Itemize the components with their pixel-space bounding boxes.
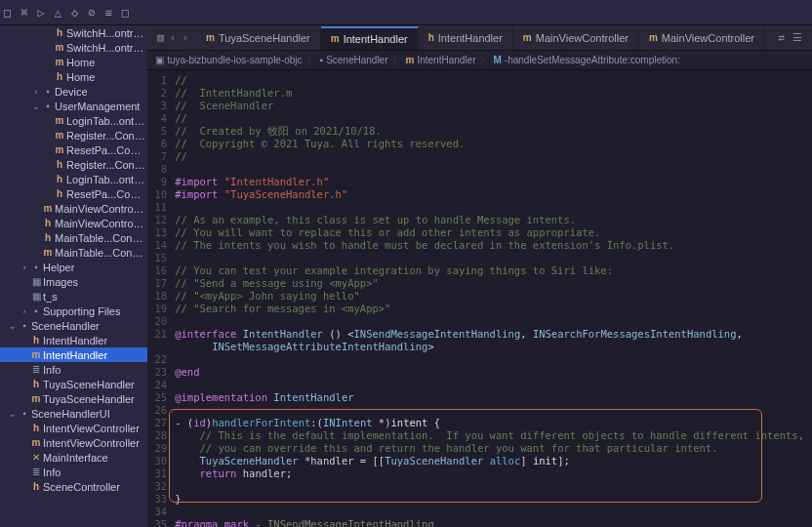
toolbar-icon[interactable]: ≡ bbox=[104, 6, 111, 20]
code-text[interactable]: @implementation IntentHandler bbox=[175, 391, 812, 404]
tree-item[interactable]: ≣Info bbox=[0, 362, 147, 377]
tree-item[interactable]: ≣Info bbox=[0, 465, 147, 479]
code-text[interactable]: // "<myApp> John saying hello" bbox=[175, 290, 812, 303]
tree-item[interactable]: hLoginTab...ontroller bbox=[0, 172, 147, 186]
code-text[interactable] bbox=[175, 163, 812, 176]
tree-item[interactable]: mMainTable...Controller bbox=[0, 245, 147, 260]
tree-item[interactable]: hTuyaSceneHandler bbox=[0, 377, 147, 391]
code-line[interactable]: 30 TuyaSceneHandler *handler = [[TuyaSce… bbox=[147, 455, 812, 467]
breadcrumb-item[interactable]: ▪SceneHandler bbox=[320, 55, 388, 65]
code-text[interactable]: #import "TuyaSceneHandler.h" bbox=[175, 188, 812, 201]
code-line[interactable]: 15 bbox=[147, 252, 812, 264]
toolbar-icon[interactable]: △ bbox=[55, 6, 61, 20]
code-text[interactable] bbox=[175, 353, 812, 366]
toolbar-icon[interactable]: ◇ bbox=[71, 6, 78, 20]
code-line[interactable]: 25@implementation IntentHandler bbox=[147, 391, 812, 404]
code-line[interactable]: 28 // This is the default implementation… bbox=[147, 429, 812, 442]
toolbar-icon[interactable]: ⊘ bbox=[88, 6, 95, 20]
code-text[interactable]: @end bbox=[175, 366, 812, 379]
code-line[interactable]: 5// Created by 牧阳 on 2021/10/18. bbox=[147, 125, 812, 138]
tree-item[interactable]: hHome bbox=[0, 69, 147, 84]
code-text[interactable]: // bbox=[175, 150, 812, 163]
tree-item[interactable]: mMainViewController bbox=[0, 201, 147, 216]
code-line[interactable]: 2// IntentHandler.m bbox=[147, 87, 812, 100]
code-text[interactable]: // you can override this and return the … bbox=[175, 442, 812, 455]
breadcrumb-item[interactable]: ▣tuya-bizbundle-ios-sample-objc bbox=[155, 55, 302, 65]
tree-item[interactable]: hMainViewController bbox=[0, 216, 147, 230]
toolbar-icon[interactable]: ▷ bbox=[37, 6, 44, 20]
tree-item[interactable]: ›▪Supporting Files bbox=[0, 304, 147, 318]
code-text[interactable]: // "Search for messages in <myApp>" bbox=[175, 303, 812, 315]
code-line[interactable]: 17// "Send a message using <myApp>" bbox=[147, 277, 812, 290]
code-line[interactable]: 1// bbox=[147, 74, 812, 87]
tree-item[interactable]: mIntentViewController bbox=[0, 435, 147, 450]
code-text[interactable]: } bbox=[175, 493, 812, 506]
tree-item[interactable]: mRegister...Controller bbox=[0, 128, 147, 142]
code-text[interactable]: // The intents you wish to handle must b… bbox=[175, 239, 812, 252]
tree-item[interactable]: ▦t_s bbox=[0, 289, 147, 304]
code-text[interactable] bbox=[175, 506, 812, 518]
code-text[interactable]: #pragma mark - INSendMessageIntentHandli… bbox=[175, 518, 812, 527]
code-text[interactable]: // You will want to replace this or add … bbox=[175, 226, 812, 239]
tree-item[interactable]: ✕MainInterface bbox=[0, 450, 147, 465]
tree-item[interactable]: ▦Images bbox=[0, 274, 147, 289]
disclosure-arrow-icon[interactable]: › bbox=[20, 306, 29, 316]
disclosure-arrow-icon[interactable]: › bbox=[31, 87, 41, 97]
nav-forward-icon[interactable]: › bbox=[182, 31, 188, 44]
code-text[interactable]: // Created by 牧阳 on 2021/10/18. bbox=[175, 125, 812, 138]
toolbar-icon[interactable]: □ bbox=[4, 6, 11, 20]
code-text[interactable]: // "Send a message using <myApp>" bbox=[175, 277, 812, 290]
nav-back-icon[interactable]: ‹ bbox=[170, 31, 177, 44]
tree-item[interactable]: hSwitchH...ontroller bbox=[0, 25, 147, 40]
code-text[interactable]: // SceneHandler bbox=[175, 100, 812, 112]
disclosure-arrow-icon[interactable]: › bbox=[20, 263, 29, 272]
toolbar-icon[interactable]: □ bbox=[122, 6, 129, 20]
code-line[interactable]: 23@end bbox=[147, 366, 812, 379]
code-line[interactable]: 27- (id)handlerForIntent:(INIntent *)int… bbox=[147, 417, 812, 429]
code-text[interactable] bbox=[175, 404, 812, 417]
tree-item[interactable]: ⌄▪UserManagement bbox=[0, 99, 147, 113]
tree-item[interactable]: hSceneController bbox=[0, 479, 147, 494]
code-line[interactable]: 22 bbox=[147, 353, 812, 366]
tree-item[interactable]: ⌄▪SceneHandler bbox=[0, 318, 147, 333]
editor-tab[interactable]: mMainViewController bbox=[639, 26, 765, 50]
code-text[interactable]: // As an example, this class is set up t… bbox=[175, 214, 812, 226]
code-text[interactable]: return handler; bbox=[175, 467, 812, 480]
code-text[interactable]: // This is the default implementation. I… bbox=[175, 429, 812, 442]
code-line[interactable]: 24 bbox=[147, 379, 812, 391]
code-line[interactable]: 12// As an example, this class is set up… bbox=[147, 214, 812, 226]
tree-item[interactable]: hRegister...Controller bbox=[0, 157, 147, 172]
tree-item[interactable]: mHome bbox=[0, 55, 147, 69]
tree-item[interactable]: hIntentHandler bbox=[0, 333, 147, 347]
tree-item[interactable]: ›▪Device bbox=[0, 84, 147, 99]
code-editor[interactable]: 1//2// IntentHandler.m3// SceneHandler4/… bbox=[147, 70, 812, 527]
code-line[interactable]: 4// bbox=[147, 112, 812, 125]
code-line[interactable]: 34 bbox=[147, 506, 812, 518]
code-line[interactable]: 6// Copyright © 2021 Tuya. All rights re… bbox=[147, 138, 812, 150]
code-line[interactable]: 11 bbox=[147, 201, 812, 214]
code-line[interactable]: 29 // you can override this and return t… bbox=[147, 442, 812, 455]
disclosure-arrow-icon[interactable]: ⌄ bbox=[8, 409, 18, 419]
code-line[interactable]: 14// The intents you wish to handle must… bbox=[147, 239, 812, 252]
code-line[interactable]: 16// You can test your example integrati… bbox=[147, 264, 812, 277]
code-line[interactable]: 20 bbox=[147, 315, 812, 328]
code-text[interactable]: // You can test your example integration… bbox=[175, 264, 812, 277]
code-line[interactable]: 33} bbox=[147, 493, 812, 506]
editor-tab[interactable]: hIntentHandler bbox=[419, 26, 513, 50]
project-navigator[interactable]: hSwitchH...ontrollermSwitchH...ontroller… bbox=[0, 25, 147, 527]
disclosure-arrow-icon[interactable]: ⌄ bbox=[8, 321, 18, 331]
code-line[interactable]: 31 return handler; bbox=[147, 467, 812, 480]
code-text[interactable]: - (id)handlerForIntent:(INIntent *)inten… bbox=[175, 417, 812, 429]
code-text[interactable]: INSetMessageAttributeIntentHandling> bbox=[175, 341, 812, 353]
tree-item[interactable]: ›▪Helper bbox=[0, 260, 147, 274]
breadcrumb-item[interactable]: mIntentHandler bbox=[406, 55, 476, 65]
code-line[interactable]: 26 bbox=[147, 404, 812, 417]
code-text[interactable]: // bbox=[175, 112, 812, 125]
code-line[interactable]: 32 bbox=[147, 480, 812, 493]
code-text[interactable] bbox=[175, 480, 812, 493]
tree-item[interactable]: mTuyaSceneHandler bbox=[0, 391, 147, 406]
code-text[interactable] bbox=[175, 201, 812, 214]
code-text[interactable]: // bbox=[175, 74, 812, 87]
adjust-editor-icon[interactable]: ☰ bbox=[792, 31, 802, 44]
code-text[interactable]: // IntentHandler.m bbox=[175, 87, 812, 100]
